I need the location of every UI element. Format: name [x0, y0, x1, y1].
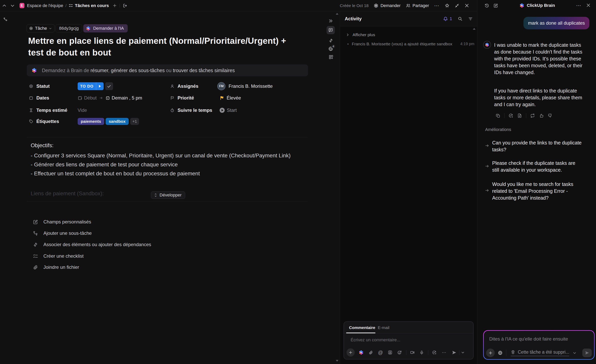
- create-doc-icon[interactable]: [517, 113, 522, 118]
- copy-icon[interactable]: [496, 113, 500, 118]
- start-date[interactable]: Début: [84, 95, 97, 101]
- brain-suggestion-banner[interactable]: Demandez à Brain de résumer, générer des…: [27, 65, 308, 76]
- regenerate-icon[interactable]: [530, 113, 535, 118]
- filter-icon[interactable]: [468, 16, 473, 21]
- record-clip-icon[interactable]: [410, 350, 415, 355]
- task-type-select[interactable]: Tâche: [27, 24, 55, 32]
- breadcrumb-space[interactable]: Espace de l'équipe: [27, 3, 63, 8]
- task-title[interactable]: Mettre en place liens de paiement (Norma…: [28, 35, 300, 59]
- description-bullets[interactable]: - Configurer 3 services Square (Normal, …: [31, 151, 308, 178]
- status-button[interactable]: TO DO: [78, 82, 104, 90]
- tag-more[interactable]: +1: [130, 118, 139, 125]
- mention-icon[interactable]: @: [378, 350, 383, 355]
- assign-comment-icon[interactable]: [388, 350, 392, 355]
- create-checklist-action[interactable]: Créer une checklist: [33, 252, 83, 260]
- composer-tabs: Commentaire E-mail: [344, 322, 473, 333]
- show-more-button[interactable]: Afficher plus: [346, 32, 375, 37]
- suggestion-item[interactable]: Can you provide the links to the duplica…: [492, 139, 582, 153]
- notifications-button[interactable]: 1: [443, 16, 452, 21]
- brain-send-button[interactable]: [582, 349, 592, 357]
- top-bar: E Espace de l'équipe / Tâches en cours C…: [0, 0, 477, 11]
- attach-file-action[interactable]: Joindre un fichier: [33, 263, 79, 272]
- expand-button[interactable]: Développer: [151, 191, 185, 199]
- comment-input[interactable]: Écrivez un commentaire...: [350, 337, 400, 342]
- ai-flower-icon[interactable]: [359, 350, 364, 355]
- brain-add-button[interactable]: [486, 349, 495, 357]
- scroll-down-arrow[interactable]: [336, 360, 338, 362]
- web-search-icon[interactable]: [498, 350, 503, 355]
- thumbs-up-icon[interactable]: [539, 113, 544, 118]
- assignee-name[interactable]: Francis B. Morissette: [229, 83, 273, 89]
- task-id[interactable]: 86dy3gcjg: [56, 24, 82, 32]
- field-priority: Priorité Élevée: [168, 94, 305, 102]
- assignee-avatar[interactable]: FM: [217, 82, 225, 90]
- collapse-panel-icon[interactable]: [328, 18, 333, 23]
- composer-more-icon[interactable]: ⋯: [442, 350, 447, 355]
- comments-tab-icon[interactable]: [327, 26, 335, 34]
- create-task-icon[interactable]: [432, 350, 437, 355]
- space-badge[interactable]: E: [20, 3, 24, 8]
- link-nodes-icon[interactable]: [3, 17, 8, 22]
- suggestion-item[interactable]: Please check if the duplicate tasks are …: [492, 160, 582, 173]
- description-heading[interactable]: Objectifs:: [31, 142, 54, 149]
- more-actions-icon[interactable]: ⋯: [434, 3, 440, 8]
- voice-clip-icon[interactable]: [419, 350, 424, 355]
- ask-ai-button[interactable]: Demander à l'IA: [83, 24, 127, 32]
- play-icon[interactable]: [220, 108, 225, 113]
- share-button[interactable]: Partager: [406, 3, 429, 8]
- active-tab-underline: [346, 333, 375, 333]
- composer-toolbar: @ ⋯: [346, 348, 471, 357]
- relationships-tab-icon[interactable]: [328, 38, 333, 43]
- priority-value[interactable]: Élevée: [227, 95, 241, 101]
- paperclip-icon[interactable]: [369, 350, 373, 355]
- tag-paiements[interactable]: paiements: [78, 118, 104, 125]
- nav-down-icon[interactable]: [10, 3, 15, 8]
- brain-more-icon[interactable]: ⋯: [576, 3, 581, 8]
- add-dependencies-action[interactable]: Associer des éléments ou ajouter des dép…: [33, 240, 151, 249]
- create-task-icon[interactable]: [508, 113, 513, 118]
- open-in-new-icon[interactable]: [123, 3, 127, 8]
- suggestion-item[interactable]: Would you like me to search for tasks re…: [492, 181, 582, 201]
- send-options-icon[interactable]: [461, 351, 465, 354]
- ai-flower-icon: [86, 26, 91, 31]
- context-options-icon[interactable]: [573, 351, 576, 355]
- reply-actions: [496, 113, 553, 118]
- custom-fields-action[interactable]: Champs personnalisés: [33, 218, 91, 226]
- nav-up-icon[interactable]: [2, 3, 7, 8]
- brain-input[interactable]: Dites à l'IA ce qu'elle doit faire ensui…: [489, 336, 568, 342]
- created-date: Créée le Oct 18: [340, 3, 369, 8]
- add-tab-icon[interactable]: [113, 4, 117, 8]
- close-icon[interactable]: [464, 3, 469, 8]
- minimize-icon[interactable]: [455, 3, 459, 8]
- start-date-icon[interactable]: [78, 96, 82, 100]
- mark-done-button[interactable]: [105, 82, 113, 90]
- estimate-value[interactable]: Vide: [78, 108, 87, 113]
- track-start[interactable]: Start: [227, 108, 237, 113]
- ai-flower-icon: [485, 42, 489, 47]
- thumbs-down-icon[interactable]: [548, 113, 553, 118]
- share-people-icon: [406, 3, 410, 8]
- history-icon[interactable]: [484, 3, 489, 8]
- favorite-star-icon[interactable]: [445, 3, 450, 8]
- emoji-icon[interactable]: [397, 350, 402, 355]
- tab-email[interactable]: E-mail: [378, 325, 389, 330]
- add-attachment-button[interactable]: [346, 348, 355, 357]
- entry-text: Francis B. Morissette (vous) a ajouté ét…: [352, 42, 452, 46]
- list-view-icon: [69, 3, 73, 8]
- due-date[interactable]: Demain , 5 pm: [112, 95, 142, 101]
- apps-tab-icon[interactable]: [328, 55, 334, 60]
- activity-scroll-up-arrow[interactable]: [473, 28, 476, 30]
- tab-comment[interactable]: Commentaire: [349, 325, 375, 330]
- send-comment-icon[interactable]: [452, 350, 457, 355]
- ask-button[interactable]: Demander: [374, 3, 401, 8]
- scroll-up-arrow[interactable]: [336, 13, 338, 15]
- priority-high-flag-icon: [220, 96, 224, 100]
- context-chip[interactable]: Cette tâche a été suppri...: [511, 349, 569, 356]
- breadcrumb-list[interactable]: Tâches en cours: [75, 3, 109, 8]
- brain-close-icon[interactable]: [586, 3, 591, 8]
- tag-sandbox[interactable]: sandbox: [106, 118, 129, 125]
- add-subtask-action[interactable]: Ajouter une sous-tâche: [33, 229, 92, 238]
- search-icon[interactable]: [458, 16, 462, 21]
- next-status-button[interactable]: [96, 82, 104, 90]
- new-chat-icon[interactable]: [493, 3, 498, 8]
